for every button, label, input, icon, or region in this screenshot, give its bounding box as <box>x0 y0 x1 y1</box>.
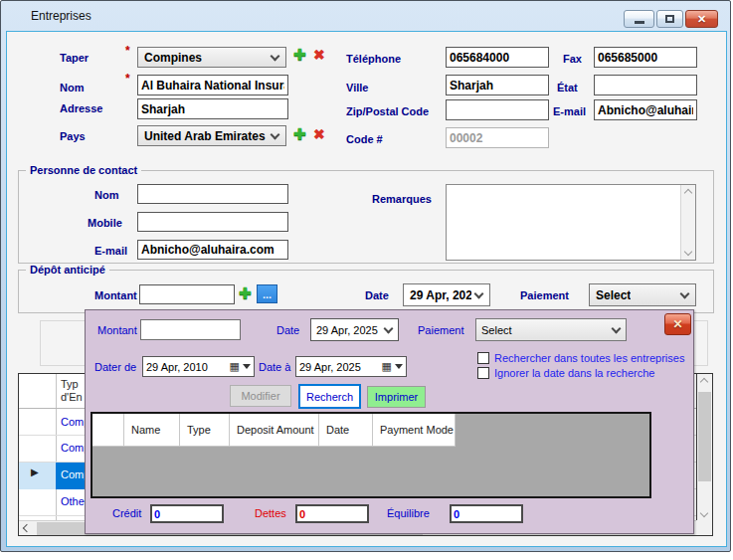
dropdown-arrow-icon <box>243 364 251 369</box>
email-input[interactable] <box>594 99 697 120</box>
maximize-icon <box>665 15 674 23</box>
chevron-down-icon <box>271 51 280 61</box>
chevron-down-icon <box>271 129 280 139</box>
modifier-button[interactable]: Modifier <box>230 385 291 407</box>
contact-mobile-label: Mobile <box>88 217 122 229</box>
recherch-button[interactable]: Recherch <box>298 384 361 409</box>
deposit-montant-label: Montant <box>94 289 137 301</box>
results-header-type: Type <box>180 414 230 447</box>
popup-paiement-select[interactable]: Select <box>475 318 627 341</box>
date-a-value: 29 Apr, 2025 <box>299 361 361 373</box>
deposit-montant-input[interactable] <box>139 284 235 304</box>
maximize-button[interactable] <box>656 10 683 28</box>
email-label: E-mail <box>553 105 586 117</box>
column-divider <box>56 374 57 521</box>
scroll-up-icon <box>684 189 692 197</box>
chevron-down-icon <box>384 323 394 333</box>
popup-date-value: 29 Apr, 2025 <box>316 324 378 336</box>
deposit-paiement-label: Paiement <box>520 289 569 301</box>
popup-paiement-value: Select <box>481 324 512 336</box>
dater-de-value: 29 Apr, 2010 <box>146 361 208 373</box>
contact-email-label: E-mail <box>94 245 127 257</box>
close-button[interactable]: ✕ <box>685 10 718 28</box>
vertical-scrollbar[interactable] <box>696 374 712 521</box>
scroll-left-icon <box>23 524 31 532</box>
calendar-icon: ▦ <box>230 361 240 372</box>
scrollbar-corner <box>696 520 712 535</box>
dialog-close-button[interactable]: ✕ <box>664 313 691 335</box>
pays-label: Pays <box>60 130 86 142</box>
contact-mobile-input[interactable] <box>137 212 288 232</box>
deposit-paiement-select[interactable]: Select <box>589 283 696 306</box>
adresse-input[interactable] <box>137 98 288 119</box>
taper-required-marker: * <box>125 44 130 58</box>
credit-input[interactable] <box>150 504 224 523</box>
contact-group-title: Personne de contact <box>26 164 141 176</box>
date-a-picker[interactable]: 29 Apr, 2025 ▦ <box>295 356 407 377</box>
equilibre-input[interactable] <box>450 504 523 523</box>
adresse-label: Adresse <box>60 102 102 114</box>
taper-label: Taper <box>60 52 89 64</box>
taper-select-value: Compines <box>144 51 202 65</box>
results-header-date: Date <box>319 414 373 447</box>
ville-label: Ville <box>346 82 368 93</box>
taper-select[interactable]: Compines <box>137 47 286 68</box>
telephone-label: Téléphone <box>346 53 401 65</box>
deposit-date-value: 29 Apr, 2025 <box>410 288 471 302</box>
minimize-button[interactable] <box>624 10 654 28</box>
nom-input[interactable] <box>137 75 288 95</box>
window-title: Entreprises <box>31 9 92 23</box>
zip-input[interactable] <box>446 99 549 120</box>
popup-montant-input[interactable] <box>140 319 241 340</box>
add-type-icon[interactable]: ✚ <box>293 47 306 62</box>
dater-de-label: Dater de <box>94 361 136 373</box>
nom-label: Nom <box>60 82 84 93</box>
add-deposit-icon[interactable]: ✚ <box>239 285 252 300</box>
remarques-scrollbar[interactable] <box>680 185 695 260</box>
zip-label: Zip/Postal Code <box>346 105 429 117</box>
deposit-date-label: Date <box>365 289 389 301</box>
results-table[interactable]: Name Type Deposit Amount Date Payment Mo… <box>91 412 651 498</box>
dater-de-picker[interactable]: 29 Apr, 2010 ▦ <box>142 356 255 377</box>
popup-date-select[interactable]: 29 Apr, 2025 <box>310 318 399 341</box>
remarques-label: Remarques <box>372 193 432 205</box>
popup-montant-label: Montant <box>97 324 137 336</box>
row-arrow-icon: ▶ <box>31 467 39 477</box>
remarques-textarea[interactable] <box>446 184 696 261</box>
results-header-indicator <box>92 414 124 447</box>
chevron-down-icon <box>474 288 484 298</box>
table-row[interactable]: Othe <box>61 495 85 507</box>
more-button[interactable]: ... <box>257 284 277 303</box>
dettes-input[interactable] <box>295 504 369 523</box>
add-country-icon[interactable]: ✚ <box>293 126 306 141</box>
close-icon: ✕ <box>697 14 706 25</box>
etat-input[interactable] <box>594 75 697 95</box>
fax-input[interactable] <box>594 47 697 68</box>
results-header-deposit-amount: Deposit Amount <box>230 414 319 447</box>
scrollbar-thumb[interactable] <box>698 392 711 481</box>
ignore-date-checkbox[interactable] <box>477 367 489 379</box>
contact-email-input[interactable] <box>137 240 288 260</box>
companies-column-header: Typ d'En <box>61 378 83 404</box>
credit-label: Crédit <box>112 507 141 519</box>
pays-select[interactable]: United Arab Emirates <box>137 125 286 146</box>
calendar-icon: ▦ <box>382 361 392 372</box>
chevron-down-icon <box>680 288 690 298</box>
search-dialog: ✕ Montant Date 29 Apr, 2025 Paiement Sel… <box>85 309 694 534</box>
delete-country-icon[interactable]: ✖ <box>313 127 325 141</box>
close-icon: ✕ <box>672 317 682 331</box>
equilibre-label: Équilibre <box>387 507 430 519</box>
results-header-payment-mode: Payment Mode <box>373 414 456 447</box>
date-a-label: Date à <box>259 361 290 373</box>
deposit-date-select[interactable]: 29 Apr, 2025 <box>403 283 490 306</box>
contact-nom-input[interactable] <box>137 184 288 204</box>
dettes-label: Dettes <box>255 507 286 519</box>
scroll-down-icon <box>700 509 708 517</box>
telephone-input[interactable] <box>446 47 549 68</box>
delete-type-icon[interactable]: ✖ <box>313 48 325 62</box>
search-all-companies-checkbox[interactable] <box>477 352 489 364</box>
imprimer-button[interactable]: Imprimer <box>367 386 426 408</box>
scroll-up-icon <box>700 378 708 386</box>
ville-input[interactable] <box>446 75 549 95</box>
results-header-name: Name <box>124 414 180 447</box>
